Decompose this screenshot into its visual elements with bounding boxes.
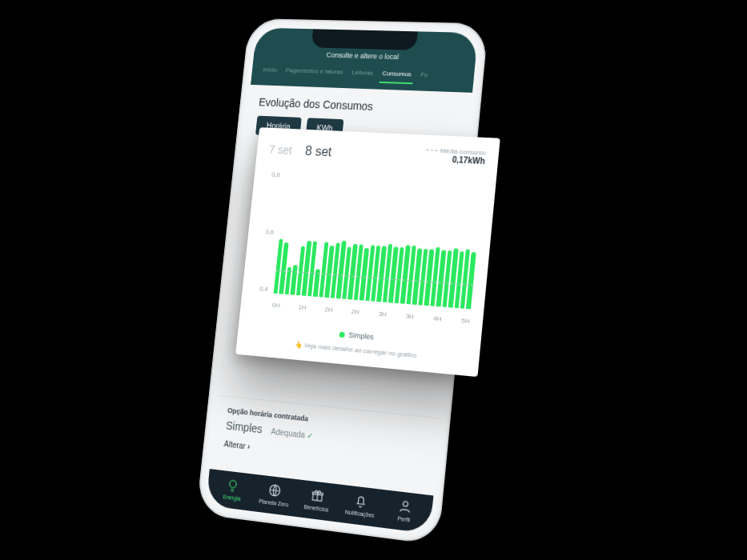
svg-rect-3 bbox=[312, 492, 323, 495]
gift-icon bbox=[310, 487, 325, 503]
chart-bars bbox=[274, 172, 484, 310]
x-tick: 5H bbox=[460, 317, 470, 333]
x-tick: 2H bbox=[323, 306, 333, 321]
tab-fu[interactable]: Fu bbox=[417, 68, 431, 85]
svg-point-4 bbox=[403, 501, 408, 506]
date-prev[interactable]: 7 set bbox=[268, 143, 292, 157]
section-title: Evolução dos Consumos bbox=[259, 96, 460, 117]
bottom-navbar: EnergiaPlaneta ZeroBenefíciosNotificaçõe… bbox=[206, 469, 433, 534]
y-tick: 0,6 bbox=[260, 227, 275, 235]
legend-dot-icon bbox=[339, 332, 345, 338]
user-icon bbox=[397, 498, 412, 515]
y-tick: 0,8 bbox=[266, 170, 280, 178]
date-current[interactable]: 8 set bbox=[304, 144, 332, 160]
nav-label: Benefícios bbox=[303, 504, 329, 513]
nav-notificações[interactable]: Notificações bbox=[341, 491, 380, 518]
bell-icon bbox=[353, 493, 368, 510]
nav-label: Energia bbox=[223, 494, 241, 502]
x-tick: 2H bbox=[351, 308, 360, 323]
svg-point-1 bbox=[269, 485, 280, 497]
device-notch bbox=[311, 29, 418, 50]
nav-label: Notificações bbox=[344, 509, 374, 518]
tab-consumos[interactable]: Consumos bbox=[379, 66, 414, 84]
chart-plot[interactable]: 0,80,60,4 0H1H2H2H3H3H4H5H bbox=[251, 170, 483, 333]
nav-planeta-zero[interactable]: Planeta Zero bbox=[255, 481, 293, 508]
tariff-value: Simples bbox=[225, 419, 263, 436]
svg-rect-2 bbox=[312, 494, 322, 501]
tariff-status: Adequada bbox=[271, 427, 314, 441]
globe-icon bbox=[267, 482, 283, 498]
bulb-icon bbox=[226, 478, 240, 494]
svg-point-0 bbox=[230, 480, 237, 488]
x-tick: 3H bbox=[404, 312, 414, 328]
nav-perfil[interactable]: Perfil bbox=[384, 497, 424, 525]
tab-início[interactable]: Início bbox=[260, 63, 280, 80]
nav-energia[interactable]: Energia bbox=[214, 476, 251, 502]
nav-label: Planeta Zero bbox=[259, 498, 289, 508]
nav-benefícios[interactable]: Benefícios bbox=[298, 486, 336, 514]
tariff-change-button[interactable]: Alterar bbox=[223, 439, 424, 470]
chart-card: 7 set 8 set Média consumo 0,17kWh 0,80,6… bbox=[235, 127, 500, 377]
tab-pagamentos-e-faturas[interactable]: Pagamentos e faturas bbox=[283, 63, 346, 82]
tab-leituras[interactable]: Leituras bbox=[348, 66, 376, 83]
x-tick: 3H bbox=[377, 310, 387, 326]
header-tabs: InícioPagamentos e faturasLeiturasConsum… bbox=[259, 57, 468, 86]
x-tick: 1H bbox=[297, 303, 307, 318]
x-tick: 4H bbox=[432, 314, 442, 330]
avg-consumption: Média consumo 0,17kWh bbox=[424, 146, 486, 166]
legend-label: Simples bbox=[348, 330, 374, 341]
y-tick: 0,4 bbox=[254, 285, 268, 293]
tariff-block: Opção horária contratada Simples Adequad… bbox=[211, 395, 440, 476]
nav-label: Perfil bbox=[397, 515, 410, 522]
x-tick: 0H bbox=[271, 302, 281, 317]
